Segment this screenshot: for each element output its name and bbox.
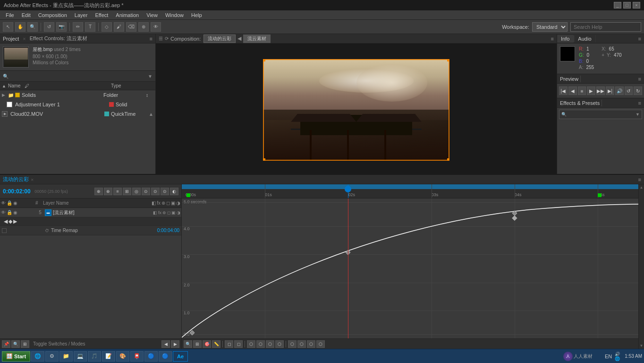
layer-row[interactable]: 👁 🔒 ◉ 5 ▬ [流云素材] ◧ fx ⊕ [0, 208, 181, 217]
time-remap-value[interactable]: 0:00:04:00 [155, 228, 181, 233]
graph-btn-10[interactable]: ⬡ [275, 340, 284, 348]
menu-file[interactable]: File [2, 11, 18, 19]
menu-layer[interactable]: Layer [71, 11, 92, 19]
toolbar-zoom[interactable]: 🔍 [27, 22, 38, 32]
taskbar-btn-3[interactable]: 📁 [59, 351, 73, 362]
toolbar-select[interactable]: ↖ [3, 22, 13, 32]
prev-first-frame[interactable]: |◀ [559, 86, 568, 95]
search-dropdown[interactable]: ▼ [148, 74, 153, 79]
tl-footer-btn-nav1[interactable]: ◀ [161, 340, 170, 348]
project-item-solids[interactable]: ▶ 📁 Solids Folder ↕ [0, 90, 155, 100]
taskbar-btn-9[interactable]: 🔵 [144, 351, 158, 362]
menu-help[interactable]: Help [187, 11, 206, 19]
timeline-scrollbar[interactable]: ▲ ▼ [638, 184, 644, 349]
tab-audio[interactable]: Audio [574, 35, 595, 43]
transport-btn-5[interactable]: ◎ [132, 188, 141, 195]
graph-btn-4[interactable]: 📏 [212, 340, 220, 348]
transport-btn-9[interactable]: ◐ [170, 188, 178, 195]
info-panel-menu[interactable]: ≡ [638, 36, 644, 42]
comp-tab-source[interactable]: 流云素材 [243, 35, 271, 43]
prev-play[interactable]: ▶ [587, 86, 595, 95]
layer-solo-btn[interactable]: ◉ [13, 210, 17, 215]
taskbar-btn-7[interactable]: 🎨 [116, 351, 129, 362]
transport-btn-7[interactable]: ⊙ [151, 188, 160, 195]
toolbar-shape[interactable]: ◇ [102, 22, 112, 32]
close-button[interactable]: × [633, 2, 640, 9]
taskbar-btn-4[interactable]: 💻 [74, 351, 87, 362]
toolbar-rot[interactable]: ↺ [44, 22, 54, 32]
graph-btn-7[interactable]: ⬡ [247, 340, 255, 348]
maximize-button[interactable]: □ [623, 2, 631, 9]
toolbar-hand[interactable]: ✋ [15, 22, 25, 32]
taskbar-btn-2[interactable]: ⚙ [45, 351, 59, 362]
scroll-down[interactable]: ▼ [640, 344, 644, 348]
project-tab[interactable]: Project [3, 36, 19, 42]
toolbar-puppet[interactable]: 👁 [151, 22, 161, 32]
prop-check[interactable] [2, 228, 7, 233]
graph-btn-6[interactable]: ◻ [234, 340, 243, 348]
graph-btn-1[interactable]: 🔍 [184, 340, 192, 348]
timeline-close[interactable]: × [31, 177, 34, 182]
taskbar-btn-6[interactable]: 📝 [102, 351, 115, 362]
prev-play-audio[interactable]: ▶▶ [596, 86, 605, 95]
prev-loop[interactable]: ↺ [625, 86, 633, 95]
workspace-select[interactable]: Standard [532, 22, 568, 32]
prop-stopwatch[interactable]: ⏱ [45, 228, 49, 233]
menu-animation[interactable]: Animation [112, 11, 143, 19]
prev-loop2[interactable]: ↻ [634, 86, 642, 95]
tl-footer-btn-nav2[interactable]: ▶ [171, 340, 179, 348]
toolbar-eraser[interactable]: ⌫ [126, 22, 136, 32]
project-item-adjustment[interactable]: Adjustment Layer 1 Solid [0, 100, 155, 109]
menu-effect[interactable]: Effect [91, 11, 112, 19]
scroll-up[interactable]: ▲ [640, 185, 644, 190]
graph-btn-12[interactable]: ⬡ [297, 340, 306, 348]
prev-audio[interactable]: 🔊 [615, 86, 624, 95]
effect-controls-tab[interactable]: Effect Controls: 流云素材 [30, 35, 87, 42]
toolbar-text[interactable]: T [85, 22, 95, 32]
prev-last-frame[interactable]: ▶| [606, 86, 614, 95]
menu-composition[interactable]: Composition [34, 11, 71, 19]
graph-btn-8[interactable]: ⬡ [256, 340, 265, 348]
menu-window[interactable]: Window [161, 11, 187, 19]
toolbar-pen[interactable]: ✏ [73, 22, 83, 32]
layer-eye-btn[interactable]: 👁 [1, 210, 6, 215]
minimize-button[interactable]: _ [614, 2, 621, 9]
layer-lock-btn[interactable]: 🔒 [7, 210, 12, 215]
comp-panel-menu[interactable]: ≡ [551, 36, 554, 42]
search-input[interactable] [570, 22, 641, 32]
project-item-cloud[interactable]: ▶ Cloud02.MOV QuickTime ▲ [0, 109, 155, 119]
menu-view[interactable]: View [143, 11, 161, 19]
transport-btn-3[interactable]: ≡ [113, 188, 122, 195]
taskbar-btn-1[interactable]: 🌐 [31, 351, 44, 362]
comp-nav-left[interactable]: ◀ [237, 35, 241, 42]
tl-footer-btn-1[interactable]: 📌 [2, 340, 10, 348]
prev-stop[interactable]: ■ [578, 86, 586, 95]
effects-search-dropdown[interactable]: ▼ [636, 112, 640, 117]
transport-btn-2[interactable]: ⊕ [104, 188, 112, 195]
effects-menu[interactable]: ≡ [638, 100, 641, 106]
tab-info[interactable]: Info [557, 35, 574, 43]
menu-edit[interactable]: Edit [18, 11, 34, 19]
prev-back-frame[interactable]: ◀ [568, 86, 577, 95]
graph-btn-14[interactable]: ⬡ [316, 340, 325, 348]
project-search-input[interactable] [10, 72, 148, 80]
tl-footer-btn-3[interactable]: ⊞ [21, 340, 29, 348]
toolbar-brush[interactable]: 🖌 [114, 22, 124, 32]
graph-btn-9[interactable]: ⬡ [266, 340, 274, 348]
toolbar-cam[interactable]: 📷 [56, 22, 67, 32]
next-keyframe[interactable]: ▶ [13, 218, 17, 225]
graph-btn-5[interactable]: ◻ [225, 340, 233, 348]
taskbar-btn-10[interactable]: 🔵 [159, 351, 172, 362]
taskbar-btn-5[interactable]: 🎵 [88, 351, 101, 362]
timeline-menu[interactable]: ≡ [638, 177, 641, 182]
add-keyframe[interactable]: ◆ [8, 218, 12, 225]
graph-btn-3[interactable]: 🎯 [203, 340, 211, 348]
transport-btn-8[interactable]: ⊙ [161, 188, 169, 195]
toolbar-stamp[interactable]: ⊕ [138, 22, 149, 32]
start-button[interactable]: 🪟 Start [2, 351, 30, 362]
window-controls[interactable]: _ □ × [614, 2, 640, 9]
effects-search-input[interactable] [567, 112, 636, 117]
graph-btn-13[interactable]: ⬡ [307, 340, 315, 348]
timeline-tab[interactable]: 流动的云彩 [3, 176, 29, 183]
transport-btn-6[interactable]: ⊙ [142, 188, 150, 195]
